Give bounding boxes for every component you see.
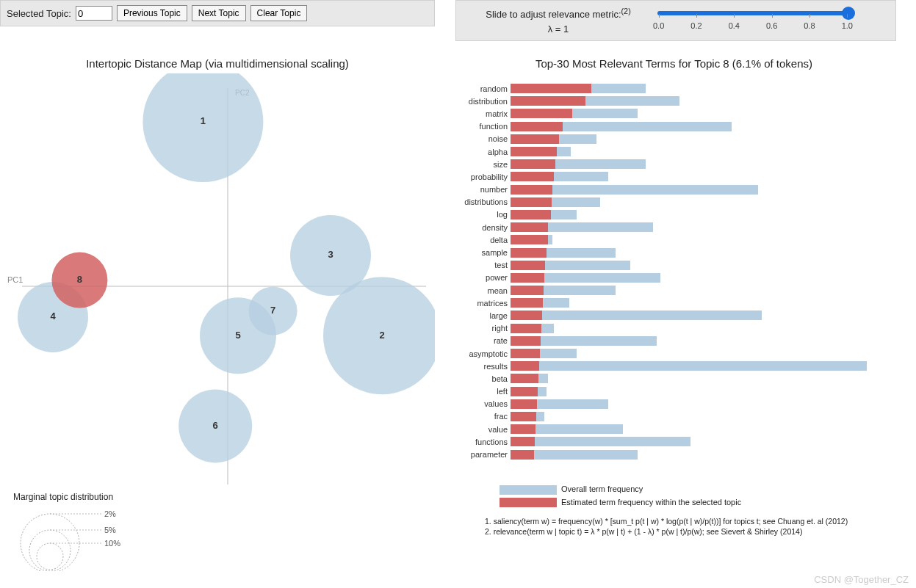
legend-formulas: 1. saliency(term w) = frequency(w) * [su… [485, 517, 896, 537]
lambda-slider-thumb[interactable] [842, 7, 855, 20]
term-row[interactable]: alpha [455, 145, 892, 158]
term-bar-track [511, 134, 892, 144]
term-row[interactable]: results [455, 360, 892, 372]
term-row[interactable]: sample [455, 246, 892, 258]
topic-frequency-bar [511, 109, 572, 118]
term-row[interactable]: power [455, 272, 892, 284]
term-row[interactable]: rate [455, 335, 892, 347]
lambda-tick: 0.6 [766, 21, 777, 30]
term-row[interactable]: left [455, 385, 892, 398]
term-label: rate [455, 336, 511, 345]
topic-bubble-label-4: 4 [50, 311, 56, 322]
term-label: results [455, 362, 511, 371]
term-row[interactable]: function [455, 120, 892, 133]
marginal-topic-legend: Marginal topic distribution 2% 5% 10% [13, 492, 138, 573]
topic-frequency-bar [511, 84, 591, 93]
topic-frequency-bar [511, 185, 552, 195]
term-label: parameter [455, 450, 511, 459]
topic-frequency-bar [511, 424, 535, 434]
term-row[interactable]: random [455, 82, 892, 95]
slider-caption: Slide to adjust relevance metric: [486, 9, 621, 20]
topic-frequency-bar [511, 437, 535, 446]
topic-bubble-1[interactable] [143, 73, 263, 182]
svg-point-2 [37, 543, 63, 570]
term-row[interactable]: test [455, 259, 892, 272]
term-bar-track [511, 374, 892, 383]
topic-swatch [500, 498, 557, 507]
term-label: number [455, 185, 511, 194]
topic-frequency-bar [511, 412, 536, 421]
term-bar-track [511, 324, 892, 333]
term-bar-track [511, 361, 892, 371]
term-bar-track [511, 248, 892, 258]
term-row[interactable]: size [455, 158, 892, 170]
term-label: mean [455, 286, 511, 295]
term-row[interactable]: distribution [455, 95, 892, 107]
overall-swatch [500, 485, 557, 495]
term-bar-track [511, 399, 892, 409]
term-row[interactable]: value [455, 423, 892, 435]
term-frequency-bar-chart[interactable]: randomdistributionmatrixfunctionnoisealp… [455, 82, 892, 461]
topic-frequency-bar [511, 286, 544, 295]
term-label: functions [455, 438, 511, 446]
term-label: matrices [455, 299, 511, 308]
next-topic-button[interactable]: Next Topic [192, 5, 246, 21]
topic-bubble-label-1: 1 [201, 115, 206, 126]
term-row[interactable]: noise [455, 133, 892, 145]
overall-frequency-bar [511, 361, 867, 371]
svg-point-3 [29, 530, 71, 571]
term-row[interactable]: mean [455, 284, 892, 297]
topic-frequency-bar [511, 134, 559, 144]
term-row[interactable]: asymptotic [455, 347, 892, 360]
term-row[interactable]: probability [455, 170, 892, 183]
term-row[interactable]: density [455, 221, 892, 233]
topic-frequency-bar [511, 172, 554, 181]
term-bar-track [511, 235, 892, 244]
term-row[interactable]: distributions [455, 196, 892, 208]
topic-frequency-bar [511, 387, 538, 396]
term-bar-track [511, 261, 892, 270]
term-bar-track [511, 84, 892, 93]
marginal-legend-2pct: 2% [104, 509, 116, 518]
term-row[interactable]: delta [455, 233, 892, 246]
lambda-slider-text: Slide to adjust relevance metric:(2) λ =… [466, 5, 650, 36]
term-label: distribution [455, 97, 511, 106]
topic-frequency-bar [511, 122, 563, 131]
term-row[interactable]: right [455, 322, 892, 335]
term-row[interactable]: log [455, 208, 892, 221]
term-row[interactable]: beta [455, 372, 892, 385]
previous-topic-button[interactable]: Previous Topic [117, 5, 187, 21]
topic-frequency-bar [511, 374, 538, 383]
term-bar-track [511, 273, 892, 283]
topic-frequency-bar [511, 210, 551, 219]
topic-frequency-bar [511, 159, 555, 169]
clear-topic-button[interactable]: Clear Topic [250, 5, 308, 21]
term-label: frac [455, 412, 511, 421]
terms-chart-title: Top-30 Most Relevant Terms for Topic 8 (… [455, 57, 892, 70]
topic-frequency-bar [511, 261, 545, 270]
relevance-formula: 2. relevance(term w | topic t) = λ * p(w… [485, 527, 896, 537]
term-bar-track [511, 298, 892, 308]
topic-bubble-label-7: 7 [270, 305, 275, 316]
term-bar-track [511, 210, 892, 219]
topic-frequency-bar [511, 361, 539, 371]
term-row[interactable]: matrix [455, 107, 892, 120]
bar-chart-legend: Overall term frequency Estimated term fr… [500, 484, 741, 510]
slider-footnote-ref: (2) [621, 7, 631, 15]
overall-frequency-bar [511, 437, 690, 446]
term-bar-track [511, 450, 892, 460]
term-row[interactable]: functions [455, 435, 892, 448]
term-label: value [455, 425, 511, 434]
intertopic-distance-map[interactable]: PC2 PC1 12345678 [0, 73, 435, 499]
term-row[interactable]: large [455, 309, 892, 322]
selected-topic-input[interactable] [76, 6, 112, 21]
term-label: matrix [455, 109, 511, 118]
term-row[interactable]: matrices [455, 297, 892, 309]
term-row[interactable]: values [455, 398, 892, 410]
term-row[interactable]: number [455, 184, 892, 196]
marginal-legend-10pct: 10% [104, 539, 120, 548]
lambda-tick: 1.0 [842, 21, 853, 30]
term-row[interactable]: frac [455, 410, 892, 423]
term-row[interactable]: parameter [455, 448, 892, 460]
lambda-slider[interactable] [657, 11, 848, 15]
